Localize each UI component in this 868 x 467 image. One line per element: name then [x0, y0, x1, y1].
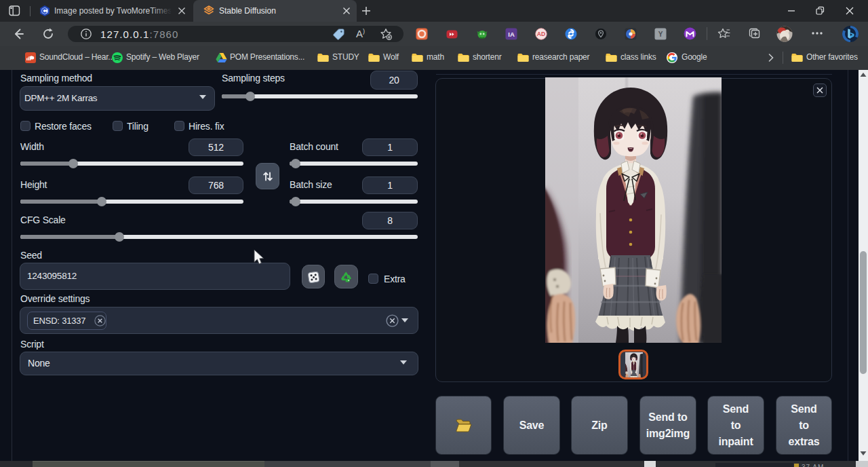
svg-text:IA: IA — [508, 31, 515, 38]
svg-text:Y: Y — [658, 31, 663, 38]
svg-text:AD: AD — [537, 31, 545, 37]
